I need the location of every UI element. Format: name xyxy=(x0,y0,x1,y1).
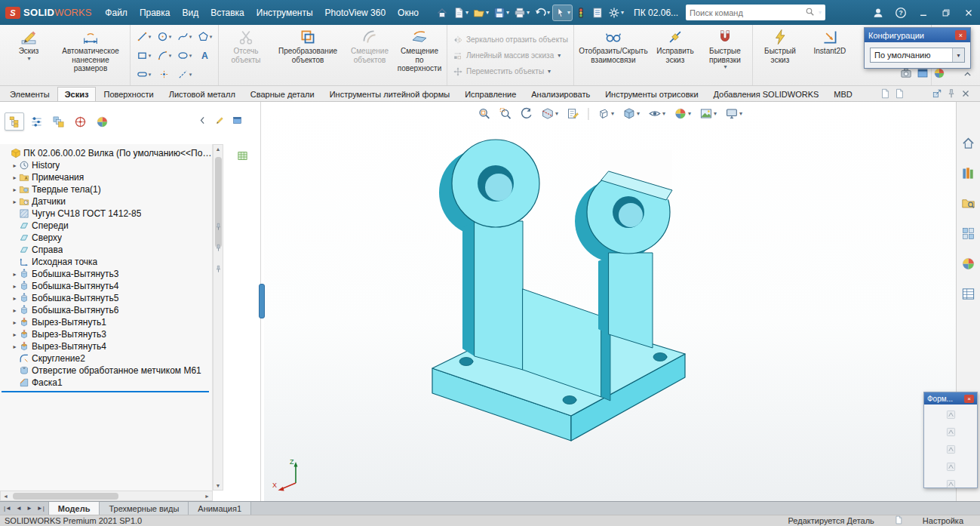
tree-item-8[interactable]: Исходная точка xyxy=(0,256,212,268)
ellipse-tool-button[interactable]: ▾ xyxy=(174,46,195,65)
tree-item-13[interactable]: ▸Вырез-Вытянуть1 xyxy=(0,316,212,328)
bottom-tab-2[interactable]: Анимация1 xyxy=(189,502,251,515)
command-tab-5[interactable]: Инструменты литейной формы xyxy=(322,87,458,101)
quick-snaps-button[interactable]: Быстрые привязки▾ xyxy=(701,27,749,72)
options-button[interactable]: ▾ xyxy=(607,5,625,20)
command-tab-8[interactable]: Инструменты отрисовки xyxy=(598,87,705,101)
save-button[interactable]: ▾ xyxy=(492,5,511,20)
offset-on-surface-button[interactable]: Смещение по поверхности xyxy=(395,27,444,75)
command-tab-6[interactable]: Исправление xyxy=(457,87,524,101)
display-pane-button[interactable] xyxy=(917,67,929,82)
close-icon[interactable]: × xyxy=(964,395,974,403)
undo-button[interactable]: ▾ xyxy=(533,5,551,20)
tree-vertical-scrollbar[interactable]: ▲ ▼ xyxy=(213,144,223,491)
rebuild-button[interactable] xyxy=(573,5,588,20)
view-settings-button[interactable]: ▾ xyxy=(723,106,744,122)
format-tool-button[interactable] xyxy=(945,461,957,475)
appearances-button[interactable] xyxy=(960,254,978,272)
file-properties-button[interactable] xyxy=(590,5,605,20)
command-tab-7[interactable]: Анализировать xyxy=(524,87,598,101)
page-button[interactable] xyxy=(894,88,905,101)
close-button[interactable] xyxy=(957,0,980,25)
zoom-area-button[interactable] xyxy=(497,106,513,122)
file-explorer-button[interactable] xyxy=(960,194,978,212)
instant2d-button[interactable]: Instant2D xyxy=(806,27,854,57)
close-small-button[interactable] xyxy=(960,88,971,101)
tree-item-11[interactable]: ▸Бобышка-Вытянуть5 xyxy=(0,292,212,304)
tree-item-10[interactable]: ▸Бобышка-Вытянуть4 xyxy=(0,280,212,292)
graphics-area[interactable]: ▾▾▾▾▾▾▾ xyxy=(264,102,956,501)
smart-dimension-button[interactable]: Автоматическое нанесение размеров xyxy=(54,27,127,75)
scroll-right-icon[interactable]: ► xyxy=(204,494,210,499)
scrollbar-thumb[interactable] xyxy=(13,493,118,500)
menu-item-4[interactable]: Инструменты xyxy=(250,5,319,20)
rollback-bar[interactable] xyxy=(2,391,209,392)
command-tab-0[interactable]: Элементы xyxy=(2,87,57,101)
tree-item-9[interactable]: ▸Бобышка-Вытянуть3 xyxy=(0,268,212,280)
tree-horizontal-scrollbar[interactable]: ◄ ► xyxy=(0,491,213,501)
expand-arrow-icon[interactable]: ▸ xyxy=(11,283,19,290)
point-tool-button[interactable] xyxy=(154,65,174,84)
expand-arrow-icon[interactable]: ▸ xyxy=(11,162,19,169)
format-toolbar-header[interactable]: Форм... × xyxy=(924,392,977,404)
expand-arrow-icon[interactable]: ▸ xyxy=(11,174,19,181)
prev-tab-button[interactable]: ◄ xyxy=(16,505,22,512)
edit-appearance-button[interactable]: ▾ xyxy=(672,106,693,122)
menu-item-0[interactable]: Файл xyxy=(99,5,134,20)
expand-arrow-icon[interactable]: ▸ xyxy=(11,331,19,338)
pin-icon[interactable] xyxy=(214,223,223,233)
spline-tool-button[interactable]: ▾ xyxy=(174,27,195,46)
tree-item-3[interactable]: ▸Датчики xyxy=(0,195,212,208)
menu-item-6[interactable]: Окно xyxy=(392,5,425,20)
section-view-button[interactable]: ▾ xyxy=(539,106,560,122)
apply-scene-button[interactable]: ▾ xyxy=(698,106,718,122)
pencil-button[interactable] xyxy=(215,115,225,128)
expand-arrow-icon[interactable]: ▸ xyxy=(11,186,19,193)
format-tool-button[interactable] xyxy=(945,478,957,492)
tree-item-7[interactable]: Справа xyxy=(0,244,212,256)
next-tab-button[interactable]: ► xyxy=(26,505,32,512)
chevron-left-button[interactable] xyxy=(198,115,207,128)
tree-item-6[interactable]: Сверху xyxy=(0,232,212,244)
drawing-view-button[interactable] xyxy=(565,106,581,122)
custom-properties-button[interactable] xyxy=(960,285,978,303)
repair-sketch-button[interactable]: Исправить эскиз xyxy=(651,27,699,66)
sketch-button[interactable]: Эскиз▾ xyxy=(5,27,53,63)
expand-arrow-icon[interactable]: ▸ xyxy=(11,295,19,302)
display-hide-relations-button[interactable]: Отобразить/Скрыть взаимосвязи xyxy=(577,27,650,66)
expand-arrow-icon[interactable]: ▸ xyxy=(11,307,19,314)
view-orientation-button[interactable]: ▾ xyxy=(595,106,616,122)
tree-item-16[interactable]: Скругление2 xyxy=(0,352,212,365)
bottom-tab-0[interactable]: Модель xyxy=(49,502,100,515)
trim-entities-button[interactable]: Отсечь объекты xyxy=(222,27,270,66)
circle-tool-button[interactable]: ▾ xyxy=(154,27,174,46)
first-tab-button[interactable]: |◄ xyxy=(4,505,11,512)
construction-line-tool-button[interactable]: ▾ xyxy=(174,65,195,84)
home-button[interactable] xyxy=(435,5,450,20)
search-icon[interactable] xyxy=(805,7,815,19)
expand-arrow-icon[interactable]: ▸ xyxy=(11,271,19,278)
configuration-select[interactable]: По умолчанию ▾ xyxy=(870,48,965,63)
tree-item-5[interactable]: Спереди xyxy=(0,220,212,232)
print-button[interactable]: ▾ xyxy=(512,5,531,20)
command-tab-3[interactable]: Листовой металл xyxy=(161,87,243,101)
display-pane-toggle[interactable] xyxy=(237,150,248,164)
minimize-button[interactable] xyxy=(912,0,935,25)
chevron-down-icon[interactable]: ▾ xyxy=(819,10,822,16)
scroll-left-icon[interactable]: ◄ xyxy=(3,494,8,499)
ribbon-collapse-button[interactable] xyxy=(963,69,972,82)
displaymanager-tab[interactable] xyxy=(92,112,112,131)
format-tool-button[interactable] xyxy=(945,409,957,423)
previous-view-button[interactable] xyxy=(518,106,534,122)
tree-item-17[interactable]: Отверстие обработанное метчиком M61 xyxy=(0,365,212,377)
expand-arrow-icon[interactable]: ▸ xyxy=(11,319,19,326)
close-icon[interactable]: × xyxy=(955,30,966,40)
sign-in-button[interactable] xyxy=(867,0,889,25)
propertymanager-tab[interactable] xyxy=(26,112,46,131)
pin-button[interactable] xyxy=(946,88,957,101)
mirror-entities-button[interactable]: Зеркально отразить объекты xyxy=(450,34,570,46)
home-button[interactable] xyxy=(960,134,978,152)
status-customize-button[interactable]: Настройка xyxy=(923,516,963,525)
zoom-fit-button[interactable] xyxy=(476,106,492,122)
polygon-tool-button[interactable]: ▾ xyxy=(195,27,215,46)
